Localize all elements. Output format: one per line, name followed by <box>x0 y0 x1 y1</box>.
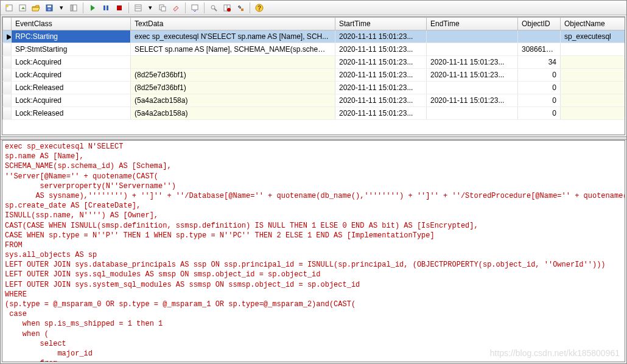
save-dropdown[interactable]: ▾ <box>57 2 66 14</box>
cell-textdata[interactable]: (8d25e7d36bf1) <box>131 69 335 82</box>
event-list-button[interactable] <box>132 2 144 14</box>
cell-objectid[interactable] <box>518 30 561 43</box>
cell-eventclass[interactable]: Lock:Released <box>12 107 131 120</box>
column-header-endtime[interactable]: EndTime <box>427 18 518 30</box>
cell-objectid[interactable]: 308661065 <box>518 43 561 56</box>
column-header-objectid[interactable]: ObjectID <box>518 18 561 30</box>
svg-line-18 <box>214 9 217 11</box>
cell-eventclass[interactable]: SP:StmtStarting <box>12 43 131 56</box>
cell-endtime[interactable]: 2020-11-11 15:01:23... <box>427 94 518 107</box>
cell-objectname[interactable] <box>561 94 626 107</box>
cell-endtime[interactable] <box>427 43 518 56</box>
column-header-eventclass[interactable]: EventClass <box>12 18 131 30</box>
event-grid[interactable]: EventClassTextDataStartTimeEndTimeObject… <box>2 16 625 135</box>
cell-objectname[interactable] <box>561 56 626 69</box>
detail-pane[interactable]: exec sp_executesql N'SELECT sp.name AS [… <box>2 140 625 362</box>
table-row[interactable]: Lock:Released(8d25e7d36bf1)2020-11-11 15… <box>3 82 626 94</box>
erase-button[interactable] <box>170 2 182 14</box>
toolbar-separator <box>128 2 129 13</box>
pause-button[interactable] <box>100 2 112 14</box>
cell-objectname[interactable] <box>561 43 626 56</box>
svg-rect-6 <box>71 5 72 11</box>
table-row[interactable]: Lock:Acquired2020-11-11 15:01:23...2020-… <box>3 56 626 69</box>
cell-endtime[interactable] <box>427 107 518 120</box>
table-row[interactable]: Lock:Acquired(8d25e7d36bf1)2020-11-11 15… <box>3 69 626 82</box>
run-button[interactable] <box>86 2 99 14</box>
new-template-button[interactable] <box>16 2 29 14</box>
toolbar-separator <box>250 2 250 13</box>
cell-starttime[interactable]: 2020-11-11 15:01:23... <box>335 107 427 120</box>
svg-rect-22 <box>241 9 243 11</box>
table-row[interactable]: Lock:Acquired(5a4a2acb158a)2020-11-11 15… <box>3 94 626 107</box>
help-button[interactable]: ? <box>253 2 265 14</box>
find-button[interactable] <box>208 2 220 14</box>
cell-starttime[interactable]: 2020-11-11 15:01:23... <box>335 56 427 69</box>
cell-objectname[interactable] <box>561 82 626 94</box>
cell-eventclass[interactable]: Lock:Acquired <box>12 56 131 69</box>
cell-objectid[interactable]: 0 <box>518 69 561 82</box>
columns-button[interactable] <box>221 2 233 14</box>
autoscroll-button[interactable] <box>189 2 201 14</box>
cell-textdata[interactable]: (8d25e7d36bf1) <box>131 82 335 94</box>
properties-button[interactable] <box>68 2 80 14</box>
toolbar: ▾ ▾ ? <box>1 1 626 15</box>
svg-rect-4 <box>47 5 51 7</box>
cell-objectid[interactable]: 0 <box>518 82 561 94</box>
cell-eventclass[interactable]: Lock:Acquired <box>12 94 131 107</box>
cell-eventclass[interactable]: Lock:Released <box>12 82 131 94</box>
cell-endtime[interactable]: 2020-11-11 15:01:23... <box>427 56 518 69</box>
table-row[interactable]: SP:StmtStartingSELECT sp.name AS [Name],… <box>3 43 626 56</box>
stop-button[interactable] <box>113 2 125 14</box>
cell-textdata[interactable]: (5a4a2acb158a) <box>131 94 335 107</box>
svg-rect-11 <box>135 5 141 11</box>
save-button[interactable] <box>43 2 55 14</box>
svg-text:?: ? <box>257 5 261 12</box>
svg-point-1 <box>6 5 9 7</box>
copy-button[interactable] <box>156 2 169 14</box>
column-header-objectname[interactable]: ObjectName <box>561 18 626 30</box>
cell-objectname[interactable] <box>561 69 626 82</box>
cell-objectid[interactable]: 0 <box>518 107 561 120</box>
cell-objectid[interactable]: 0 <box>518 94 561 107</box>
svg-rect-15 <box>161 7 166 11</box>
open-button[interactable] <box>30 2 42 14</box>
cell-starttime[interactable]: 2020-11-11 15:01:23... <box>335 82 427 94</box>
cell-textdata[interactable] <box>131 56 335 69</box>
new-trace-button[interactable] <box>3 2 15 14</box>
cell-starttime[interactable]: 2020-11-11 15:01:23... <box>335 43 427 56</box>
cell-endtime[interactable] <box>427 30 518 43</box>
event-dropdown[interactable]: ▾ <box>145 2 155 14</box>
cell-objectid[interactable]: 34 <box>518 56 561 69</box>
svg-rect-10 <box>117 5 122 10</box>
cell-endtime[interactable] <box>427 82 518 94</box>
svg-rect-9 <box>107 5 108 10</box>
cell-eventclass[interactable]: Lock:Acquired <box>12 69 131 82</box>
toolbar-separator <box>83 2 83 13</box>
cell-endtime[interactable]: 2020-11-11 15:01:23... <box>427 69 518 82</box>
svg-rect-5 <box>48 9 51 10</box>
cell-textdata[interactable]: SELECT sp.name AS [Name], SCHEMA_NAME(sp… <box>131 43 335 56</box>
table-row[interactable]: ▶RPC:Startingexec sp_executesql N'SELECT… <box>3 30 626 43</box>
cell-starttime[interactable]: 2020-11-11 15:01:23... <box>335 69 427 82</box>
cell-starttime[interactable]: 2020-11-11 15:01:23... <box>335 94 427 107</box>
toolbar-separator <box>185 2 186 13</box>
column-header-starttime[interactable]: StartTime <box>335 18 427 30</box>
column-header-textdata[interactable]: TextData <box>131 18 335 30</box>
cell-starttime[interactable]: 2020-11-11 15:01:23... <box>335 30 427 43</box>
cell-textdata[interactable]: exec sp_executesql N'SELECT sp.name AS [… <box>131 30 335 43</box>
svg-point-21 <box>227 8 231 12</box>
svg-rect-7 <box>73 5 77 11</box>
svg-rect-8 <box>103 5 105 10</box>
svg-rect-16 <box>192 5 198 10</box>
tools-button[interactable] <box>234 2 247 14</box>
toolbar-separator <box>204 2 205 13</box>
cell-eventclass[interactable]: RPC:Starting <box>12 30 131 43</box>
cell-objectname[interactable]: sp_executesql <box>561 30 626 43</box>
cell-objectname[interactable] <box>561 107 626 120</box>
cell-textdata[interactable]: (5a4a2acb158a) <box>131 107 335 120</box>
table-row[interactable]: Lock:Released(5a4a2acb158a)2020-11-11 15… <box>3 107 626 120</box>
